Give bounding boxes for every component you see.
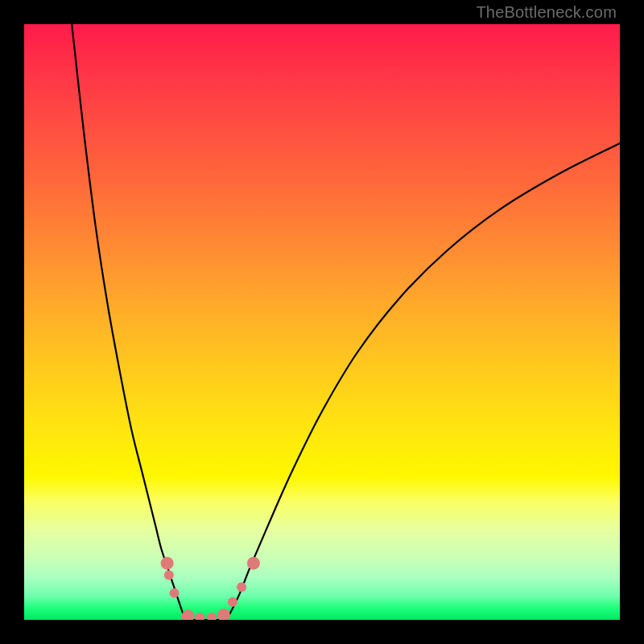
- data-marker: [161, 557, 174, 570]
- data-marker: [237, 582, 246, 592]
- data-marker: [195, 613, 204, 620]
- bottleneck-curve-svg: [24, 24, 620, 620]
- data-marker: [228, 597, 237, 607]
- data-marker: [164, 571, 174, 580]
- data-marker: [217, 609, 230, 620]
- data-marker: [182, 610, 195, 620]
- watermark-text: TheBottleneck.com: [476, 3, 617, 22]
- curve-group: [72, 24, 620, 620]
- data-marker: [247, 557, 260, 570]
- data-marker: [207, 613, 217, 620]
- bottleneck-curve: [72, 24, 620, 620]
- data-marker: [169, 588, 179, 598]
- data-markers: [161, 557, 260, 620]
- plot-area: [24, 24, 620, 620]
- outer-frame: TheBottleneck.com: [0, 0, 644, 644]
